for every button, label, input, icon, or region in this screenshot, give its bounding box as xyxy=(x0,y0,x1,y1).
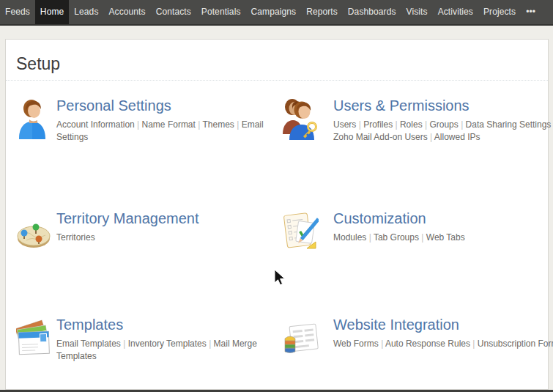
section-links-website-integration: Web Forms | Auto Response Rules | Unsubs… xyxy=(333,338,553,350)
setup-link-auto-response-rules[interactable]: Auto Response Rules xyxy=(385,339,470,349)
nav-tab-projects[interactable]: Projects xyxy=(478,0,521,24)
section-title-personal-settings[interactable]: Personal Settings xyxy=(56,97,278,114)
setup-link-inventory-templates[interactable]: Inventory Templates xyxy=(128,339,207,349)
section-title-website-integration[interactable]: Website Integration xyxy=(333,317,553,333)
setup-panel: Setup Personal Settings Account Informat… xyxy=(5,39,549,390)
link-separator: | xyxy=(121,339,128,349)
section-title-territory-management[interactable]: Territory Management xyxy=(56,210,278,227)
setup-link-profiles[interactable]: Profiles xyxy=(363,119,393,130)
website-form-icon xyxy=(282,317,333,359)
setup-link-email-templates[interactable]: Email Templates xyxy=(56,339,121,349)
link-separator: | xyxy=(423,119,430,130)
nav-tab-dashboards[interactable]: Dashboards xyxy=(343,0,401,24)
section-links-templates: Email Templates | Inventory Templates | … xyxy=(56,338,278,363)
setup-section-customization: Customization Modules | Tab Groups | Web… xyxy=(282,210,553,253)
section-title-customization[interactable]: Customization xyxy=(333,210,553,227)
nav-tab-visits[interactable]: Visits xyxy=(401,0,433,24)
setup-link-zoho-mail-add-on-users[interactable]: Zoho Mail Add-on Users xyxy=(333,132,428,142)
setup-link-unsubscription-form[interactable]: Unsubscription Form xyxy=(478,339,553,349)
setup-link-allowed-ips[interactable]: Allowed IPs xyxy=(434,132,480,142)
top-nav: FeedsHomeLeadsAccountsContactsPotentials… xyxy=(0,0,553,26)
header-divider xyxy=(6,80,548,81)
customization-clipboard-icon xyxy=(282,210,333,253)
setup-section-territory-management: Territory Management Territories xyxy=(16,210,278,253)
setup-link-web-tabs[interactable]: Web Tabs xyxy=(426,232,465,243)
link-separator: | xyxy=(366,232,374,243)
setup-link-data-sharing-settings[interactable]: Data Sharing Settings xyxy=(466,119,552,130)
section-title-users-permissions[interactable]: Users & Permissions xyxy=(333,97,553,114)
nav-tab-leads[interactable]: Leads xyxy=(69,0,103,24)
setup-link-roles[interactable]: Roles xyxy=(400,119,423,130)
nav-tab-campaigns[interactable]: Campaigns xyxy=(246,0,302,24)
link-separator: | xyxy=(234,119,242,130)
nav-tab-contacts[interactable]: Contacts xyxy=(151,0,196,24)
setup-section-templates: Templates Email Templates | Inventory Te… xyxy=(16,317,278,363)
nav-tab-accounts[interactable]: Accounts xyxy=(103,0,150,24)
nav-tab-reports[interactable]: Reports xyxy=(301,0,343,24)
setup-section-users-permissions: Users & Permissions Users | Profiles | R… xyxy=(282,97,553,144)
link-separator: | xyxy=(459,119,466,130)
link-separator: | xyxy=(135,119,142,130)
link-separator: | xyxy=(393,119,400,130)
link-separator: | xyxy=(419,232,426,243)
section-title-templates[interactable]: Templates xyxy=(56,317,278,333)
setup-link-account-information[interactable]: Account Information xyxy=(56,119,135,130)
setup-link-modules[interactable]: Modules xyxy=(333,232,366,243)
page-title: Setup xyxy=(16,54,60,74)
setup-section-personal-settings: Personal Settings Account Information | … xyxy=(16,97,278,144)
nav-tab-home[interactable]: Home xyxy=(35,0,69,24)
section-links-customization: Modules | Tab Groups | Web Tabs xyxy=(333,232,553,244)
setup-section-website-integration: Website Integration Web Forms | Auto Res… xyxy=(282,317,553,359)
section-links-personal-settings: Account Information | Name Format | Them… xyxy=(56,119,278,144)
setup-link-territories[interactable]: Territories xyxy=(56,232,95,243)
section-links-users-permissions: Users | Profiles | Roles | Groups | Data… xyxy=(333,119,553,144)
nav-tab-potentials[interactable]: Potentials xyxy=(196,0,246,24)
link-separator: | xyxy=(470,339,478,349)
link-separator: | xyxy=(379,339,385,349)
nav-tab-activities[interactable]: Activities xyxy=(433,0,478,24)
nav-tab-feeds[interactable]: Feeds xyxy=(0,0,35,24)
link-separator: | xyxy=(356,119,363,130)
setup-link-users[interactable]: Users xyxy=(333,119,356,130)
section-links-territory-management: Territories xyxy=(56,232,278,244)
territory-map-icon xyxy=(16,210,56,253)
setup-link-groups[interactable]: Groups xyxy=(429,119,458,130)
setup-link-themes[interactable]: Themes xyxy=(202,119,234,130)
users-key-icon xyxy=(282,97,333,140)
person-icon xyxy=(16,97,56,140)
setup-link-web-forms[interactable]: Web Forms xyxy=(333,339,379,349)
setup-link-tab-groups[interactable]: Tab Groups xyxy=(374,232,419,243)
templates-stack-icon xyxy=(16,317,56,359)
nav-tab-more[interactable]: ••• xyxy=(521,0,541,24)
link-separator: | xyxy=(207,339,214,349)
link-separator: | xyxy=(428,132,434,142)
setup-link-name-format[interactable]: Name Format xyxy=(142,119,196,130)
